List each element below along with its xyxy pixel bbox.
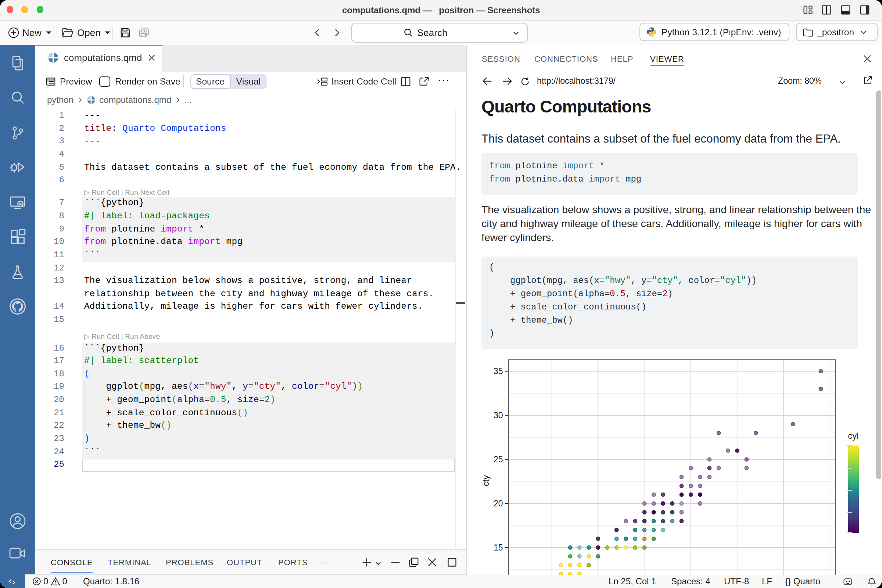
svg-text:20: 20 xyxy=(493,498,503,508)
svg-text:15: 15 xyxy=(493,542,503,552)
svg-text:30: 30 xyxy=(493,410,503,420)
svg-text:cty: cty xyxy=(480,475,490,486)
svg-text:cyl: cyl xyxy=(848,430,858,440)
svg-text:25: 25 xyxy=(493,454,503,464)
svg-text:35: 35 xyxy=(493,366,503,376)
